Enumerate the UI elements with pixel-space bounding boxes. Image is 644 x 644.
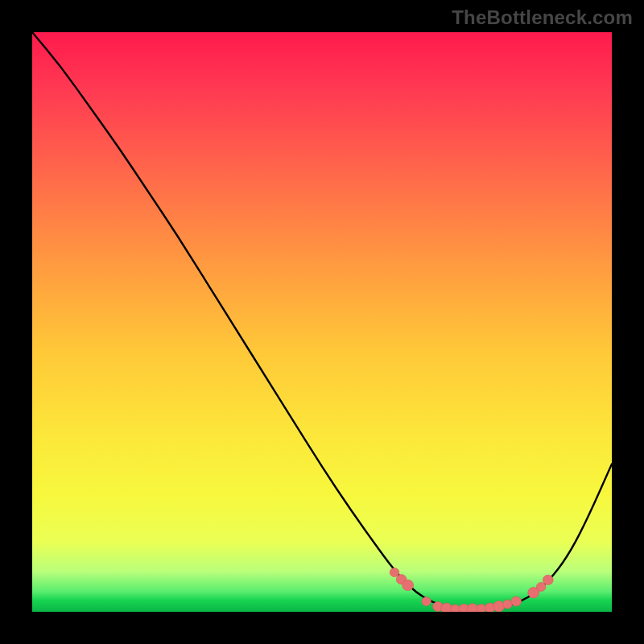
heat-gradient-background bbox=[32, 32, 612, 612]
chart-frame: TheBottleneck.com bbox=[0, 0, 644, 644]
watermark-text: TheBottleneck.com bbox=[452, 6, 633, 29]
plot-area bbox=[32, 32, 612, 612]
